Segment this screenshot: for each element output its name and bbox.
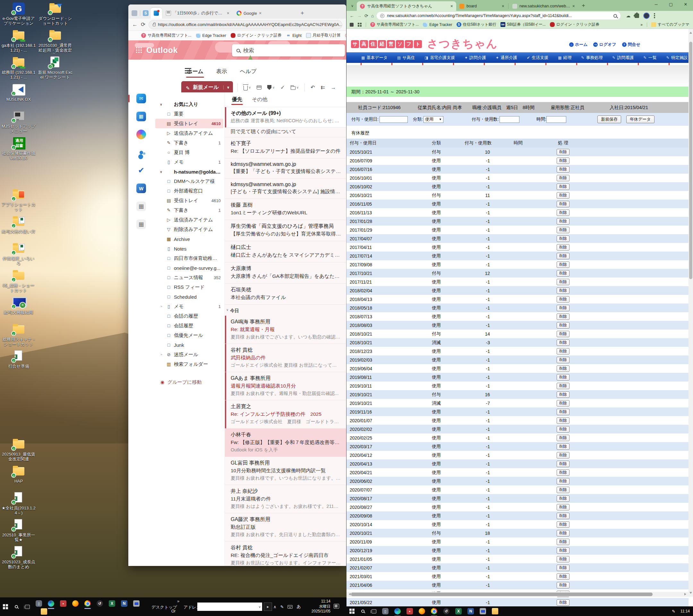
header-link[interactable]: ? 問合せ <box>622 42 640 47</box>
desktop-icon[interactable]: ✓ 20251023_成長点数のまとめ <box>1 545 37 572</box>
mail-list-item[interactable]: kdmsys@wamnet.wam.go.jp 【重要】「子ども・子育て支援情報… <box>225 158 346 179</box>
rail-app-button[interactable] <box>136 183 146 194</box>
scroll-down-arrow[interactable] <box>690 592 692 595</box>
rail-app-button[interactable] <box>136 201 146 212</box>
delete-row-button[interactable]: 削除 <box>557 192 570 199</box>
class-select[interactable]: 使用 ▼ <box>423 116 443 123</box>
folder-row[interactable]: 重要 <box>155 109 223 119</box>
taskbar-app-button[interactable] <box>120 600 128 607</box>
new-tab-button[interactable]: ＋ <box>581 2 586 9</box>
desktop-icon[interactable]: ✓ 202510_事業所一覧★ <box>1 518 37 545</box>
taskbar-app-button[interactable] <box>491 607 499 615</box>
go-to-groups[interactable]: ◉ グループに移動 <box>155 377 223 387</box>
delete-row-button[interactable]: 削除 <box>557 244 570 251</box>
folder-row[interactable]: ∨ お気に入り <box>155 99 223 109</box>
desktop-icon[interactable]: ✓ 総務部 (192.168.11.21) - ... <box>1 56 37 83</box>
mail-list-item[interactable]: GL富田 事務所用 10月分勤務時間生活支援稼働時間内訳一覧 夏目様 お疲れ様で… <box>225 457 346 485</box>
bookmark-item[interactable]: Edge Tracker <box>423 22 452 27</box>
mail-list-item[interactable]: 小林千春 Fw: 【修正版】【重要】令和７年度処遇改善等加算... Outloo… <box>225 429 346 457</box>
taskbar-app-button[interactable] <box>108 600 116 607</box>
taskbar-app-button[interactable] <box>84 600 92 607</box>
bookmarks-overflow-chevron[interactable]: » <box>640 22 642 27</box>
delete-row-button[interactable]: 削除 <box>557 348 570 355</box>
taskbar-app-button[interactable] <box>467 607 475 615</box>
folder-row[interactable]: 受信トレイ 4610 <box>155 119 223 128</box>
taskbar-app-button[interactable] <box>35 600 43 607</box>
taskbar-folder-button[interactable] <box>40 608 48 615</box>
taskbar-app-button[interactable] <box>72 600 79 607</box>
folder-row[interactable]: 送信済みアイテム <box>155 128 223 138</box>
mail-list-item[interactable]: その他のメール (99+) 総務の森 運営事務局; NetRICOHからのおしら… <box>225 107 346 128</box>
mail-list-item[interactable]: kdmsys@wamnet.wam.go.jp [子ども・子育て支援情報公表シス… <box>225 179 346 199</box>
delete-row-button[interactable]: 削除 <box>557 183 570 190</box>
tab-close-icon[interactable]: × <box>259 11 261 16</box>
delete-row-button[interactable]: 削除 <box>557 305 570 311</box>
desktop-icon[interactable]: ✓ ga本社 (192.168.11.21) - ... <box>1 29 37 56</box>
chevron-icon[interactable]: ∨ <box>160 103 164 106</box>
menu-icon[interactable] <box>654 15 655 16</box>
desktop-icon[interactable]: ✓ 作業場所_いろいろ <box>1 242 37 269</box>
delete-row-button[interactable]: 削除 <box>557 227 570 233</box>
minimize-button[interactable]: ─ <box>649 0 664 9</box>
bookmark-item[interactable]: サ高住専用経営ソフト... <box>370 22 419 27</box>
taskbar-app-button[interactable] <box>381 607 389 615</box>
tab-search-caret-icon[interactable]: ∨ <box>349 2 356 9</box>
nav-item[interactable]: ✦ 訪問介護 <box>464 55 486 61</box>
delete-row-button[interactable]: 削除 <box>557 443 570 450</box>
favorite-item[interactable]: Edge Tracker <box>196 33 226 38</box>
delete-row-button[interactable]: 削除 <box>557 513 570 519</box>
tab-close-icon[interactable]: × <box>451 3 453 9</box>
delete-row-button[interactable]: 削除 <box>557 539 570 545</box>
tab-close-icon[interactable]: × <box>572 3 575 9</box>
pinned-app-icon[interactable]: S <box>143 10 148 16</box>
side-panel-icon[interactable] <box>350 23 354 27</box>
reply-button[interactable]: ↶ <box>309 84 316 91</box>
search-button[interactable] <box>11 597 22 616</box>
taskbar-app-button[interactable] <box>442 607 450 615</box>
toolbar-overflow-chevron[interactable]: » <box>177 599 179 603</box>
delete-row-button[interactable]: 削除 <box>557 495 570 502</box>
mail-list-item[interactable]: 井上 奈紀沙 11月末退職者の件 夏目様 おはようございます。お疲れ様です。21… <box>225 485 346 513</box>
taskbar-app-button[interactable] <box>59 600 67 607</box>
desktop-icon[interactable]: ✓ 打合せ準備 <box>1 350 37 377</box>
delete-row-button[interactable]: 削除 <box>557 287 570 294</box>
favorite-item[interactable]: ログイン - クリック証券 <box>231 33 281 38</box>
desktop-icon[interactable]: ✓ e-Gov電子申請アプリケーション <box>1 2 37 29</box>
delete-row-button[interactable]: 削除 <box>557 521 570 528</box>
mail-list-item[interactable]: GA藤沢 事務所用 勤怠訂正版 夏目様 お疲れ様です。先日送りました勤怠書類の三… <box>225 513 346 541</box>
vertical-scrollbar[interactable] <box>689 29 693 597</box>
delete-row-button[interactable]: 削除 <box>557 314 570 320</box>
task-view-button[interactable] <box>22 597 33 616</box>
tab-satsukichan[interactable]: サ高住専用経営ソフトさつきちゃん × <box>357 1 456 11</box>
header-link[interactable]: ⌂ ホーム <box>569 42 588 47</box>
nav-item[interactable]: ✔ 生活支援 <box>527 55 548 61</box>
taskbar-clock[interactable]: 11:14 水曜日 2025/11/05 <box>308 599 331 614</box>
rail-app-button[interactable] <box>136 129 146 140</box>
nav-item[interactable]: ✎ 一覧 <box>644 55 657 61</box>
save-button[interactable]: 新規保存 <box>597 116 621 123</box>
folder-row[interactable]: Archive <box>155 234 223 244</box>
date-input[interactable] <box>379 116 408 123</box>
tab-close-icon[interactable]: × <box>227 11 230 16</box>
horizontal-scrollbar[interactable] <box>346 592 689 597</box>
nav-item[interactable]: ✎ 事務処理 <box>581 55 602 61</box>
delete-row-button[interactable]: 削除 <box>557 461 570 467</box>
delete-row-button[interactable]: 削除 <box>557 331 570 337</box>
tab-close-icon[interactable]: × <box>502 3 504 9</box>
delete-button[interactable]: ∨ <box>242 85 252 91</box>
zoom-icon[interactable] <box>613 14 617 18</box>
count-input[interactable] <box>499 116 519 123</box>
taskbar-app-button[interactable] <box>394 607 401 615</box>
taskbar-app-button[interactable] <box>479 607 487 615</box>
app-launcher-icon[interactable] <box>136 47 142 53</box>
delete-row-button[interactable]: 削除 <box>557 392 570 398</box>
folder-row[interactable]: 会話履歴 <box>155 321 223 331</box>
annual-data-button[interactable]: 年休データ <box>626 116 654 123</box>
nav-item[interactable]: ✦ 通所介護 <box>496 55 517 61</box>
delete-row-button[interactable]: 削除 <box>557 158 570 164</box>
message-list-tab[interactable]: その他 <box>251 94 268 105</box>
desktop-icon[interactable]: ✓ 社会保険届書作成 Ver.30.10 <box>1 137 37 164</box>
hidden-icons-chevron[interactable]: ∧ <box>273 604 277 609</box>
mail-list-item[interactable]: 土居寛之 Re: インフルエンザ予防接種の件 2025 ゴールドエイジ株式会社 … <box>225 400 346 429</box>
taskbar-app-button[interactable] <box>430 607 438 615</box>
